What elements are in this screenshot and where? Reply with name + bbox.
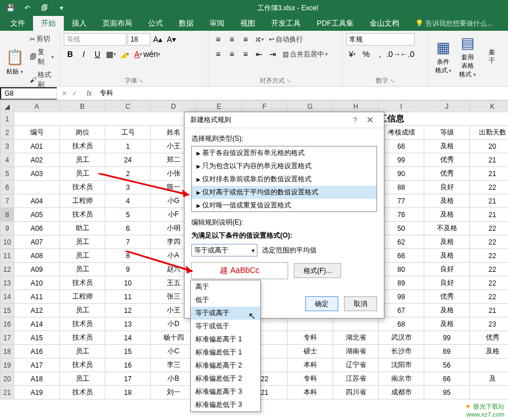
cell[interactable]: 22 xyxy=(470,290,509,304)
cell[interactable]: 99 xyxy=(379,153,424,167)
row-head-1[interactable]: 1 xyxy=(1,112,14,126)
increase-decimal-icon[interactable]: .0→ xyxy=(387,48,400,60)
cell[interactable]: 优秀 xyxy=(424,290,470,304)
condition-select[interactable]: 等于或高于 xyxy=(191,244,257,256)
cell[interactable]: 长沙市 xyxy=(379,345,424,358)
cell[interactable]: 技术员 xyxy=(60,317,105,331)
row-head[interactable]: 7 xyxy=(1,194,14,208)
cell[interactable]: 不及格 xyxy=(424,222,470,235)
dialog-help-icon[interactable]: ? xyxy=(349,116,362,124)
row-head[interactable]: 19 xyxy=(1,358,14,372)
qat-dropdown-icon[interactable]: ▾ xyxy=(54,1,69,15)
cell[interactable]: 18 xyxy=(105,386,151,399)
cell[interactable]: 四川省 xyxy=(333,386,379,399)
save-icon[interactable]: 💾 xyxy=(2,1,18,15)
cell[interactable]: 66 xyxy=(424,372,470,386)
cell[interactable]: 及格 xyxy=(424,194,470,208)
cell[interactable]: 技术员 xyxy=(60,276,105,290)
copy-button[interactable]: 🗐复制 xyxy=(27,46,56,68)
cell[interactable]: 员工 xyxy=(60,249,105,263)
cell[interactable]: A03 xyxy=(14,167,60,181)
cell[interactable] xyxy=(288,317,333,331)
cell[interactable]: 14 xyxy=(105,331,151,345)
tab-file[interactable]: 文件 xyxy=(2,16,33,31)
cell[interactable]: 7 xyxy=(105,235,151,249)
cell[interactable]: 湖北省 xyxy=(333,331,379,345)
cell[interactable]: A01 xyxy=(14,140,60,153)
cell-styles-button[interactable]: 差 千 xyxy=(480,47,503,66)
row-head[interactable]: 10 xyxy=(1,235,14,249)
row-head[interactable]: 5 xyxy=(1,167,14,181)
row-head[interactable]: 12 xyxy=(1,263,14,276)
cell[interactable]: A19 xyxy=(14,386,60,399)
cell[interactable]: A18 xyxy=(14,372,60,386)
cell[interactable]: 优秀 xyxy=(470,331,509,345)
cell[interactable]: 67 xyxy=(379,304,424,317)
dropdown-option[interactable]: 低于 xyxy=(191,293,260,307)
tab-data[interactable]: 数据 xyxy=(171,16,202,31)
cell[interactable]: 22 xyxy=(470,263,509,276)
cell[interactable] xyxy=(14,181,60,194)
dropdown-option[interactable]: 高于 xyxy=(191,280,260,293)
cell[interactable]: 77 xyxy=(379,194,424,208)
font-size-input[interactable] xyxy=(128,33,150,46)
cell[interactable]: 68 xyxy=(379,317,424,331)
tab-wps[interactable]: 金山文档 xyxy=(362,16,407,31)
cell[interactable]: 22 xyxy=(470,222,509,235)
cell[interactable]: 22 xyxy=(470,249,509,263)
cell[interactable]: 技术员 xyxy=(60,208,105,222)
cell[interactable]: 88 xyxy=(379,181,424,194)
underline-button[interactable]: U xyxy=(91,48,104,60)
cell[interactable]: 湖南省 xyxy=(333,345,379,358)
cell[interactable]: 小C xyxy=(151,345,196,358)
comma-icon[interactable]: , xyxy=(374,48,386,60)
cell[interactable]: 成都市 xyxy=(379,386,424,399)
cell[interactable]: A15 xyxy=(14,331,60,345)
cell[interactable]: 22 xyxy=(470,235,509,249)
row-head[interactable]: 18 xyxy=(1,345,14,358)
cell[interactable]: 小B xyxy=(151,372,196,386)
cell[interactable]: 11 xyxy=(105,290,151,304)
undo-icon[interactable]: ↶ xyxy=(19,1,35,15)
cell[interactable]: 工程师 xyxy=(60,290,105,304)
cell[interactable]: 员工 xyxy=(60,345,105,358)
wrap-text-button[interactable]: ↩自动换行 xyxy=(267,34,305,46)
cut-button[interactable]: ✂剪切 xyxy=(27,33,56,45)
cell[interactable]: 95 xyxy=(424,386,470,399)
dropdown-option[interactable]: 等于或低于 xyxy=(191,320,260,333)
cell[interactable]: 辽宁省 xyxy=(333,358,379,372)
cell[interactable]: A17 xyxy=(14,358,60,372)
cell[interactable]: 助工 xyxy=(60,222,105,235)
cell[interactable]: 杨十四 xyxy=(151,331,196,345)
cell[interactable]: 及 xyxy=(470,372,509,386)
rule-type-item[interactable]: 只为包含以下内容的单元格设置格式 xyxy=(192,160,376,173)
cell[interactable]: A02 xyxy=(14,153,60,167)
col-E[interactable]: E xyxy=(196,101,242,112)
cell[interactable]: A04 xyxy=(14,194,60,208)
cell[interactable]: 工程师 xyxy=(60,194,105,208)
cell[interactable]: 武汉市 xyxy=(379,331,424,345)
cell[interactable]: A10 xyxy=(14,276,60,290)
cell[interactable]: 21 xyxy=(470,153,509,167)
cell[interactable]: 1 xyxy=(105,140,151,153)
bold-button[interactable]: B xyxy=(64,48,76,60)
cell[interactable]: 66 xyxy=(379,140,424,153)
cell[interactable]: 8 xyxy=(105,249,151,263)
rule-type-item[interactable]: 仅对排名靠前或靠后的数值设置格式 xyxy=(192,173,376,186)
cell[interactable]: 技术员 xyxy=(60,331,105,345)
cell[interactable]: 刘一 xyxy=(151,386,196,399)
tab-home[interactable]: 开始 xyxy=(33,16,64,31)
conditional-format-button[interactable]: ▦ 条件格式 xyxy=(432,38,455,76)
row-head[interactable]: 16 xyxy=(1,317,14,331)
cell[interactable]: 22 xyxy=(470,276,509,290)
cell[interactable]: 21 xyxy=(470,208,509,222)
col-I[interactable]: I xyxy=(379,101,424,112)
table-format-button[interactable]: ▤ 套用 表格格式 xyxy=(456,33,480,80)
row-head[interactable]: 14 xyxy=(1,290,14,304)
currency-icon[interactable]: ¥ xyxy=(346,48,359,60)
cell[interactable]: 及格 xyxy=(424,208,470,222)
condition-dropdown-list[interactable]: 高于 低于 等于或高于 等于或低于 标准偏差高于 1 标准偏差低于 1 标准偏差… xyxy=(190,280,261,412)
font-name-input[interactable] xyxy=(64,33,126,46)
cell[interactable]: 及格 xyxy=(424,317,470,331)
dropdown-option[interactable]: 标准偏差低于 2 xyxy=(191,372,260,385)
